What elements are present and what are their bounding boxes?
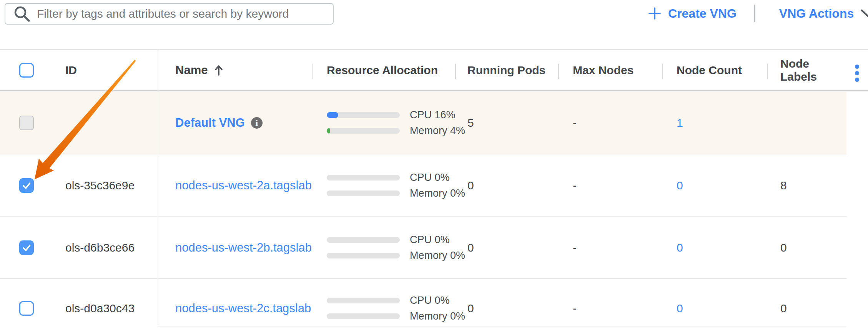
vng-id: ols-d0a30c43	[46, 302, 158, 315]
create-vng-button[interactable]: Create VNG	[648, 7, 737, 21]
column-header-node-labels[interactable]: Node Labels	[765, 57, 846, 83]
vng-name-link[interactable]: nodes-us-west-2c.tagslabelsre	[175, 301, 311, 315]
create-vng-label: Create VNG	[668, 7, 737, 21]
cpu-label: CPU 0%	[410, 172, 450, 184]
vng-actions-label: VNG Actions	[779, 7, 854, 21]
node-count-link[interactable]: 0	[677, 241, 683, 254]
column-header-name[interactable]: Name	[158, 63, 311, 77]
resource-allocation: CPU 0% Memory 0%	[311, 237, 465, 259]
column-header-max-nodes[interactable]: Max Nodes	[557, 64, 661, 77]
max-nodes-value: -	[557, 241, 661, 254]
filter-search-box[interactable]	[5, 3, 334, 25]
memory-label: Memory 4%	[410, 125, 465, 137]
running-pods-value: 0	[465, 302, 557, 315]
cpu-bar	[327, 112, 400, 118]
header-bottom-border	[0, 90, 868, 91]
table-row-ols-d6b3ce66: ols-d6b3ce66 nodes-us-west-2b.tagslabels…	[0, 217, 846, 279]
vng-id: ols-35c36e9e	[46, 179, 158, 192]
toolbar-actions: Create VNG VNG Actions	[648, 3, 868, 24]
vng-id: ols-d6b3ce66	[46, 241, 158, 254]
column-header-resource[interactable]: Resource Allocation	[311, 64, 465, 77]
resource-allocation: CPU 0% Memory 0%	[311, 175, 465, 197]
node-labels-value: 0	[765, 241, 846, 254]
search-icon	[13, 5, 31, 23]
plus-icon	[648, 7, 661, 20]
running-pods-value: 0	[465, 179, 557, 192]
running-pods-value: 5	[465, 116, 557, 129]
column-header-running-pods[interactable]: Running Pods	[465, 64, 557, 77]
table-row-default-vng: Default VNG i CPU 16% Memory 4% 5 - 1	[0, 92, 846, 154]
column-header-node-count[interactable]: Node Count	[661, 64, 765, 77]
row-checkbox[interactable]	[19, 301, 34, 316]
node-count-link[interactable]: 1	[677, 116, 683, 129]
node-labels-value: 8	[765, 179, 846, 192]
memory-bar	[327, 313, 400, 319]
table-row-ols-d0a30c43: ols-d0a30c43 nodes-us-west-2c.tagslabels…	[0, 280, 846, 326]
resource-allocation: CPU 0% Memory 0%	[311, 298, 465, 320]
memory-bar	[327, 253, 400, 258]
cpu-bar	[327, 298, 400, 303]
max-nodes-value: -	[557, 302, 661, 315]
resource-allocation: CPU 16% Memory 4%	[311, 112, 465, 134]
vng-name-link[interactable]: Default VNG	[175, 116, 245, 130]
vng-actions-button[interactable]: VNG Actions	[779, 7, 868, 21]
id-name-column-divider	[158, 50, 158, 325]
memory-label: Memory 0%	[410, 187, 465, 199]
node-count-link[interactable]: 0	[677, 302, 683, 315]
table-row-ols-35c36e9e: ols-35c36e9e nodes-us-west-2a.tagslabels…	[0, 155, 846, 217]
select-all-checkbox[interactable]	[19, 63, 34, 78]
memory-label: Memory 0%	[410, 310, 465, 322]
cpu-label: CPU 0%	[410, 295, 450, 306]
vng-name-link[interactable]: nodes-us-west-2a.tagslabelsre	[175, 179, 311, 192]
max-nodes-value: -	[557, 116, 661, 129]
row-checkbox	[19, 116, 34, 130]
memory-bar	[327, 128, 400, 134]
column-header-id[interactable]: ID	[46, 64, 158, 77]
cpu-label: CPU 0%	[410, 234, 450, 246]
cpu-label: CPU 16%	[410, 109, 456, 121]
memory-label: Memory 0%	[410, 250, 465, 262]
vng-name-link[interactable]: nodes-us-west-2b.tagslabelsre	[175, 241, 311, 255]
node-count-link[interactable]: 0	[677, 179, 683, 192]
table-header: ID Name Resource Allocation Running Pods…	[0, 50, 846, 90]
node-labels-value: 0	[765, 302, 846, 315]
row-checkbox[interactable]	[19, 240, 34, 255]
columns-menu-kebab-icon[interactable]	[855, 65, 859, 82]
cpu-bar	[327, 237, 400, 243]
sort-ascending-icon	[214, 64, 224, 76]
max-nodes-value: -	[557, 179, 661, 192]
toolbar-divider	[754, 5, 755, 22]
memory-bar	[327, 191, 400, 196]
running-pods-value: 0	[465, 241, 557, 254]
info-icon[interactable]: i	[251, 117, 263, 129]
row-checkbox[interactable]	[19, 178, 34, 193]
cpu-bar	[327, 175, 400, 181]
search-input[interactable]	[37, 7, 327, 20]
vng-list-page: Create VNG VNG Actions ID Name	[0, 0, 868, 328]
chevron-down-icon	[861, 9, 868, 18]
